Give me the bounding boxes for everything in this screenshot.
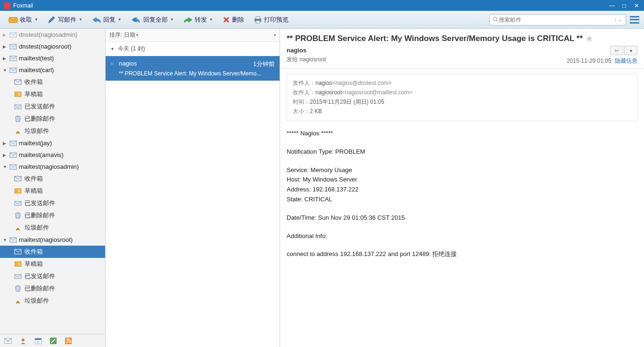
search-box[interactable]: ⌄ [489,14,626,25]
hide-info-link[interactable]: 隐藏信息 [615,58,637,64]
account-row[interactable]: ▶mailtest(test) [0,52,105,64]
draft-icon [14,91,22,98]
close-button[interactable]: ✕ [633,2,640,9]
compose-button[interactable]: 写邮件 ▼ [44,14,86,26]
body-line: State: CRITICAL [287,195,637,205]
folder-row[interactable]: 已删除邮件 [0,282,105,295]
inbox-icon [14,248,22,255]
reply-button[interactable]: 回复 ▼ [88,14,125,26]
folder-row[interactable]: 收件箱 [0,173,105,185]
detail-sender-label: 发件人： [293,80,315,86]
folder-row[interactable]: 草稿箱 [0,88,105,100]
reply-quick-button[interactable]: ↩ [610,46,623,55]
calendar-view-icon[interactable]: 1 [34,337,42,345]
more-quick-button[interactable]: ▾ [624,46,637,55]
folder-row[interactable]: 草稿箱 [0,258,105,270]
account-row[interactable]: ▼mailtest(carl) [0,64,105,76]
main-toolbar: 收取 ▼ 写邮件 ▼ 回复 ▼ 回复全部 ▼ 转发 ▼ 删除 打印预览 ⌄ [0,11,644,29]
print-preview-button[interactable]: 打印预览 [250,14,292,26]
triangle-down-icon: ▼ [3,165,8,169]
folder-row[interactable]: 已删除邮件 [0,113,105,125]
folder-row[interactable]: 已发送邮件 [0,270,105,282]
print-preview-label: 打印预览 [264,16,289,24]
receive-button[interactable]: 收取 ▼ [5,14,42,26]
message-time: 1分钟前 [253,60,275,68]
notes-view-icon[interactable] [49,337,58,345]
folder-row[interactable]: 已发送邮件 [0,197,105,209]
detail-recipient-email: <nagiosroot@mailtest.com> [342,89,413,96]
delete-button[interactable]: 删除 [219,14,248,26]
detail-sender-name: nagios [315,80,332,86]
inbox-icon [14,79,22,85]
svg-line-7 [496,20,498,22]
message-subject-preview: ** PROBLEM Service Alert: My Windows Ser… [119,70,275,77]
forward-button[interactable]: 转发 ▼ [180,14,217,26]
reply-all-button[interactable]: 回复全部 ▼ [127,14,178,26]
account-row[interactable]: ▼mailtest(nagiosadmin) [0,161,105,173]
reply-all-label: 回复全部 [143,16,168,24]
compose-icon [48,16,56,24]
folder-row[interactable]: 已发送邮件 [0,100,105,113]
folder-row[interactable]: 收件箱 [0,246,105,258]
folder-label: 草稿箱 [25,187,43,195]
chevron-down-icon: ▼ [170,17,174,22]
triangle-down-icon: ▼ [3,238,8,242]
star-icon[interactable]: ★ [109,60,115,67]
svg-rect-22 [15,189,18,193]
folder-row[interactable]: 垃圾邮件 [0,125,105,137]
folder-label: 收件箱 [25,248,43,256]
account-row[interactable]: ▶dnstest(nagiosroot) [0,41,105,52]
chevron-down-icon: ▼ [34,17,38,22]
message-group-header[interactable]: ▼ 今天 (1 封) [106,42,280,56]
rss-view-icon[interactable] [64,337,73,345]
chevron-down-icon[interactable]: ▾ [274,33,276,37]
folder-row[interactable]: 已删除邮件 [0,209,105,222]
minimize-button[interactable]: ― [608,2,616,9]
detail-time-label: 时间： [293,99,310,105]
message-body: ***** Nagios *****Notification Type: PRO… [280,126,644,262]
date-and-hide: 2015-11-29 01:05 隐藏信息 [567,57,637,65]
folder-label: 已发送邮件 [25,102,55,111]
folder-row[interactable]: 草稿箱 [0,185,105,197]
chevron-down-icon: ▼ [118,17,122,22]
spam-icon [14,297,22,304]
message-list-pane: 排序: 日期 ▾ ▾ ▼ 今天 (1 封) ★nagios1分钟前** PROB… [106,29,280,347]
account-row[interactable]: ▶mailtest(amavis) [0,149,105,161]
search-dropdown-button[interactable]: ⌄ [615,17,623,22]
folder-row[interactable]: 垃圾邮件 [0,222,105,234]
search-input[interactable] [499,17,615,23]
draft-icon [14,261,22,267]
draft-icon [14,188,22,194]
maximize-button[interactable]: □ [620,2,628,9]
star-icon[interactable]: ★ [586,33,593,44]
triangle-right-icon: ▶ [3,44,8,49]
contacts-view-icon[interactable] [19,337,27,345]
hamburger-menu-button[interactable] [630,16,639,24]
account-row[interactable]: ▼mailtest(nagiosroot) [0,234,105,246]
app-logo-icon [4,2,10,9]
subject-text: ** PROBLEM Service Alert: My Windows Ser… [287,34,583,43]
trash-icon [14,116,22,122]
receive-label: 收取 [20,16,32,24]
account-icon [9,32,17,38]
message-item[interactable]: ★nagios1分钟前** PROBLEM Service Alert: My … [106,56,280,81]
folder-row[interactable]: 垃圾邮件 [0,295,105,307]
folder-row[interactable]: 收件箱 [0,76,105,88]
account-row[interactable]: ▶mailtest(jay) [0,137,105,149]
svg-rect-5 [256,21,260,23]
body-line: ***** Nagios ***** [287,129,637,139]
folder-label: 垃圾邮件 [25,223,49,232]
mail-view-icon[interactable] [4,337,12,345]
account-row[interactable]: ▶dnstest(nagiosadmin) [0,29,105,41]
sort-label[interactable]: 排序: 日期 [109,31,135,39]
message-list-header: 排序: 日期 ▾ ▾ [106,29,280,42]
account-icon [9,44,17,50]
account-name: dnstest(nagiosroot) [19,43,71,50]
folder-label: 已发送邮件 [25,199,55,207]
delete-icon [223,16,230,24]
delete-label: 删除 [232,16,244,24]
chevron-down-icon[interactable]: ▾ [136,33,138,37]
body-line [287,241,637,249]
search-icon [493,17,499,23]
folder-label: 收件箱 [25,78,43,86]
